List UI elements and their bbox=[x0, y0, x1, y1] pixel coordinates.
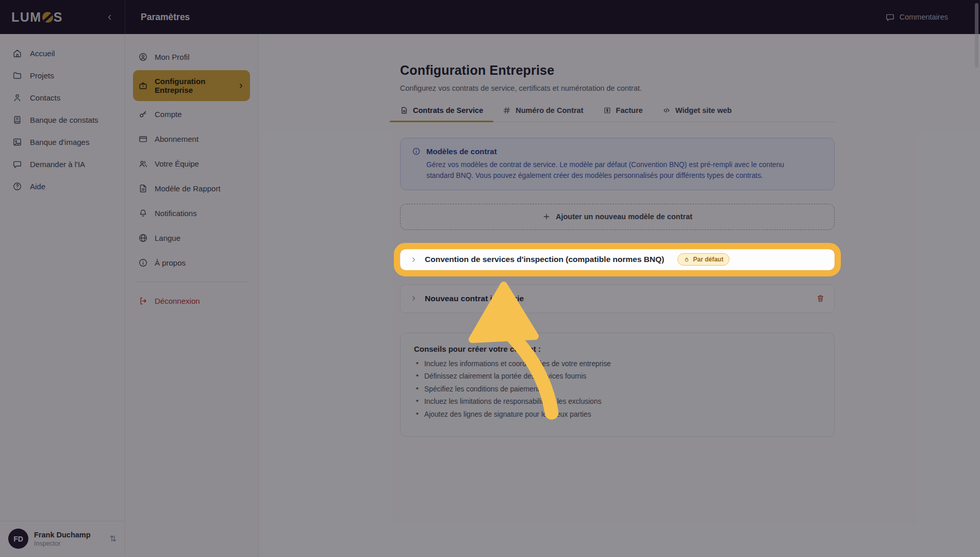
sidebar-item-aide[interactable]: Aide bbox=[0, 176, 125, 197]
settings-item-configuration-entreprise[interactable]: Configuration Entreprise bbox=[133, 70, 250, 101]
user-info: Frank Duchamp Inspector bbox=[34, 531, 91, 547]
settings-item-mon-profil[interactable]: Mon Profil bbox=[133, 45, 250, 69]
avatar: FD bbox=[8, 529, 28, 549]
tips-box: Conseils pour créer votre contrat : Incl… bbox=[400, 333, 835, 437]
sidebar-item-label: Banque de constats bbox=[30, 116, 98, 124]
logo-text-pre: LUM bbox=[11, 10, 42, 25]
info-icon bbox=[412, 147, 421, 156]
tab-label: Facture bbox=[616, 106, 643, 114]
key-icon bbox=[138, 109, 148, 119]
settings-item-langue[interactable]: Langue bbox=[133, 226, 250, 250]
page-title: Configuration Entreprise bbox=[400, 63, 835, 78]
info-icon bbox=[138, 258, 148, 268]
lumos-logo: LUMS bbox=[11, 10, 63, 25]
sidebar-item-label: Aide bbox=[30, 182, 45, 191]
tab-contrats-de-service[interactable]: Contrats de Service bbox=[400, 106, 483, 122]
divider bbox=[135, 282, 248, 282]
sidebar-item-accueil[interactable]: Accueil bbox=[0, 43, 125, 64]
tab-label: Widget site web bbox=[675, 106, 732, 114]
globe-icon bbox=[138, 233, 148, 243]
sidebar-item-banque-constats[interactable]: Banque de constats bbox=[0, 109, 125, 130]
notebook-icon bbox=[12, 115, 22, 125]
sidebar-item-label: Accueil bbox=[30, 49, 55, 58]
comments-label: Commentaires bbox=[900, 13, 948, 21]
settings-item-label: Notifications bbox=[155, 209, 197, 218]
template-row-default[interactable]: Convention de services d'inspection (com… bbox=[400, 249, 835, 270]
tab-label: Contrats de Service bbox=[413, 106, 483, 114]
briefcase-icon bbox=[138, 81, 148, 91]
settings-item-notifications[interactable]: Notifications bbox=[133, 202, 250, 225]
add-template-label: Ajouter un nouveau modèle de contrat bbox=[556, 212, 692, 221]
template-name: Nouveau contrat industrie bbox=[425, 294, 524, 303]
chevron-right-icon bbox=[237, 82, 245, 90]
settings-item-a-propos[interactable]: À propos bbox=[133, 251, 250, 274]
document-icon bbox=[400, 106, 408, 114]
chat-bubble-icon bbox=[12, 159, 22, 169]
chevron-left-icon bbox=[105, 12, 114, 22]
app-window: LUMS Paramètres Commentaires Accueil Pro… bbox=[0, 0, 980, 557]
code-icon bbox=[662, 106, 671, 114]
report-template-icon bbox=[138, 184, 148, 193]
user-circle-icon bbox=[138, 52, 148, 62]
template-row-custom[interactable]: Nouveau contrat industrie bbox=[400, 284, 835, 313]
tip-item: Incluez les informations et coordonnées … bbox=[414, 360, 821, 368]
info-box: Modèles de contrat Gérez vos modèles de … bbox=[400, 138, 835, 190]
logout-label: Déconnexion bbox=[155, 297, 200, 305]
settings-item-label: Configuration Entreprise bbox=[155, 77, 230, 94]
delete-template-button[interactable] bbox=[816, 294, 825, 303]
tab-bar: Contrats de Service Numéro de Contrat Fa… bbox=[400, 106, 835, 122]
scrollbar-thumb[interactable] bbox=[975, 3, 978, 68]
tab-numero-de-contrat[interactable]: Numéro de Contrat bbox=[503, 106, 583, 122]
tab-widget-site-web[interactable]: Widget site web bbox=[662, 106, 732, 122]
hash-icon bbox=[503, 106, 511, 114]
home-icon bbox=[12, 48, 22, 58]
sidebar-collapse-button[interactable] bbox=[105, 12, 114, 22]
sidebar-item-label: Banque d'images bbox=[30, 138, 89, 146]
tab-label: Numéro de Contrat bbox=[516, 106, 583, 114]
logo-o-icon bbox=[42, 12, 53, 23]
logo-text-post: S bbox=[54, 10, 63, 25]
sidebar-item-demander-ia[interactable]: Demander à l'IA bbox=[0, 154, 125, 175]
credit-card-icon bbox=[138, 134, 148, 144]
logout-icon bbox=[138, 296, 148, 306]
comment-icon bbox=[885, 12, 895, 22]
chevron-right-icon bbox=[410, 256, 418, 264]
tab-facture[interactable]: Facture bbox=[603, 106, 643, 122]
user-menu[interactable]: FD Frank Duchamp Inspector ⇅ bbox=[0, 521, 125, 557]
tips-title: Conseils pour créer votre contrat : bbox=[414, 345, 821, 353]
brand-area: LUMS bbox=[0, 0, 125, 34]
comments-button[interactable]: Commentaires bbox=[885, 12, 948, 22]
info-box-title-row: Modèles de contrat bbox=[412, 147, 823, 156]
plus-icon bbox=[542, 212, 551, 221]
page-subtitle: Configurez vos contrats de service, cert… bbox=[400, 84, 835, 92]
switch-account-icon[interactable]: ⇅ bbox=[110, 534, 117, 544]
sidebar-item-banque-images[interactable]: Banque d'images bbox=[0, 132, 125, 153]
tip-item: Ajoutez des lignes de signature pour les… bbox=[414, 411, 821, 418]
settings-item-label: Compte bbox=[155, 110, 182, 119]
bell-icon bbox=[138, 208, 148, 218]
settings-item-compte[interactable]: Compte bbox=[133, 103, 250, 126]
settings-item-votre-equipe[interactable]: Votre Équipe bbox=[133, 152, 250, 175]
settings-item-label: Langue bbox=[155, 234, 180, 242]
sidebar-item-projets[interactable]: Projets bbox=[0, 65, 125, 86]
add-template-button[interactable]: Ajouter un nouveau modèle de contrat bbox=[400, 204, 835, 230]
sidebar-item-label: Demander à l'IA bbox=[30, 160, 85, 169]
main-area: Configuration Entreprise Configurez vos … bbox=[258, 34, 980, 557]
folder-icon bbox=[12, 71, 22, 80]
logout-button[interactable]: Déconnexion bbox=[133, 289, 250, 313]
settings-item-modele-rapport[interactable]: Modèle de Rapport bbox=[133, 177, 250, 200]
tips-list: Incluez les informations et coordonnées … bbox=[414, 360, 821, 418]
team-icon bbox=[138, 159, 148, 169]
settings-nav: Mon Profil Configuration Entreprise Comp… bbox=[125, 34, 258, 557]
main-sidebar: Accueil Projets Contacts Banque de const… bbox=[0, 34, 125, 557]
tip-item: Définissez clairement la portée des serv… bbox=[414, 372, 821, 380]
invoice-icon bbox=[603, 106, 611, 114]
template-name: Convention de services d'inspection (com… bbox=[425, 255, 664, 264]
info-box-title: Modèles de contrat bbox=[426, 147, 497, 156]
settings-item-label: Votre Équipe bbox=[155, 159, 199, 168]
image-icon bbox=[12, 137, 22, 147]
settings-item-abonnement[interactable]: Abonnement bbox=[133, 127, 250, 151]
sidebar-item-contacts[interactable]: Contacts bbox=[0, 87, 125, 108]
top-bar: LUMS Paramètres Commentaires bbox=[0, 0, 980, 34]
help-circle-icon bbox=[12, 182, 22, 191]
